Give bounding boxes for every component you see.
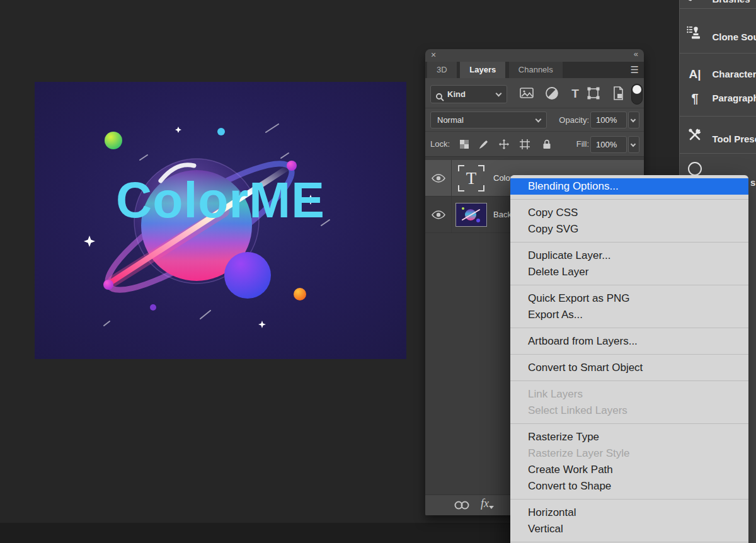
- character-icon: A|: [686, 62, 704, 87]
- type-glyph: T: [457, 164, 486, 193]
- eye-icon: [432, 174, 445, 183]
- smart-object-filter-icon[interactable]: [610, 86, 626, 102]
- menu-item-export-as[interactable]: Export As...: [510, 307, 748, 323]
- paragraph-icon: ¶: [686, 86, 704, 111]
- menu-item-quick-export-png[interactable]: Quick Export as PNG: [510, 290, 748, 307]
- fill-label: Fill:: [551, 132, 589, 157]
- filter-row: Kind T: [425, 78, 644, 108]
- menu-item-link-layers: Link Layers: [510, 386, 748, 403]
- menu-group: Link Layers Select Linked Layers: [510, 380, 748, 423]
- menu-group: Duplicate Layer... Delete Layer: [510, 242, 748, 285]
- menu-item-create-work-path[interactable]: Create Work Path: [510, 462, 748, 478]
- blend-mode-dropdown[interactable]: Normal: [430, 111, 547, 129]
- chevron-down-icon: [496, 91, 502, 97]
- dock-item-label: Tool Presets: [712, 127, 756, 152]
- dock-item-clone-source[interactable]: Clone Source: [680, 24, 756, 49]
- dock-divider: [680, 53, 756, 54]
- canvas-artwork: ColorME: [35, 82, 406, 359]
- chevron-down-icon: [631, 117, 636, 122]
- menu-item-blending-options[interactable]: Blending Options...: [510, 178, 748, 195]
- lock-row: Lock: Fill: 100%: [425, 132, 644, 157]
- dock-item-paragraph[interactable]: ¶ Paragraph: [680, 85, 756, 110]
- menu-group: Copy CSS Copy SVG: [510, 199, 748, 242]
- dock-item-character[interactable]: A| Character: [680, 61, 756, 86]
- menu-group: Blending Options...: [510, 178, 748, 199]
- opacity-dropdown-button[interactable]: [628, 111, 639, 129]
- menu-item-vertical[interactable]: Vertical: [510, 521, 748, 537]
- tab-3d[interactable]: 3D: [427, 62, 457, 78]
- brush-icon: [686, 0, 704, 12]
- lock-artboard-icon[interactable]: [519, 139, 530, 151]
- fill-dropdown-button[interactable]: [628, 136, 639, 153]
- blend-mode-value: Normal: [437, 115, 464, 125]
- text-layer-thumbnail[interactable]: T: [457, 164, 486, 193]
- kind-filter-dropdown[interactable]: Kind: [430, 85, 507, 103]
- lock-pixels-brush-icon[interactable]: [478, 139, 490, 151]
- visibility-cell[interactable]: [425, 160, 452, 196]
- dock-divider: [680, 8, 756, 9]
- photoshop-window: ColorME × « 3D Layers Channels ☰ Kind: [0, 0, 756, 543]
- menu-item-copy-svg[interactable]: Copy SVG: [510, 221, 748, 237]
- menu-group: Convert to Smart Object: [510, 354, 748, 380]
- menu-item-convert-to-shape[interactable]: Convert to Shape: [510, 478, 748, 494]
- panel-tab-bar: 3D Layers Channels ☰: [425, 62, 644, 78]
- pixel-layer-filter-icon[interactable]: [518, 86, 535, 102]
- opacity-input[interactable]: 100%: [590, 111, 627, 129]
- chevron-down-icon: [631, 142, 636, 147]
- menu-group: Horizontal Vertical: [510, 499, 748, 542]
- menu-item-convert-smart-object[interactable]: Convert to Smart Object: [510, 360, 748, 376]
- menu-item-duplicate-layer[interactable]: Duplicate Layer...: [510, 248, 748, 264]
- adjustment-layer-filter-icon[interactable]: [544, 86, 560, 102]
- collapse-icon[interactable]: «: [634, 49, 638, 59]
- clone-stamp-icon: [686, 25, 704, 50]
- artwork-title: ColorME: [35, 175, 406, 225]
- dock-divider: [680, 153, 756, 154]
- chevron-down-icon: [536, 117, 542, 123]
- opacity-label: Opacity:: [550, 108, 589, 132]
- dock-item-label: Clone Source: [712, 25, 756, 50]
- dock-item-brushes[interactable]: Brushes: [680, 0, 756, 11]
- menu-item-rasterize-type[interactable]: Rasterize Type: [510, 429, 748, 445]
- link-layers-icon[interactable]: [453, 500, 471, 512]
- panel-menu-icon[interactable]: ☰: [631, 64, 639, 76]
- fill-input[interactable]: 100%: [590, 136, 627, 153]
- layer-context-menu: Blending Options... Copy CSS Copy SVG Du…: [510, 175, 748, 543]
- tab-layers[interactable]: Layers: [460, 62, 505, 78]
- toggle-ball: [633, 85, 641, 94]
- lock-position-move-icon[interactable]: [498, 139, 510, 151]
- tools-icon: [686, 127, 704, 152]
- lock-transparency-icon[interactable]: [459, 139, 470, 151]
- background-layer-thumbnail[interactable]: [455, 203, 487, 227]
- dock-item-label: Character: [712, 62, 756, 87]
- menu-item-delete-layer[interactable]: Delete Layer: [510, 264, 748, 280]
- dock-item-tool-presets[interactable]: Tool Presets: [680, 126, 756, 151]
- menu-item-select-linked-layers: Select Linked Layers: [510, 403, 748, 419]
- lock-label: Lock:: [430, 132, 450, 157]
- dock-divider: [680, 116, 756, 117]
- type-layer-filter-icon[interactable]: T: [567, 86, 583, 102]
- filter-toggle-switch[interactable]: [631, 84, 643, 105]
- close-icon[interactable]: ×: [431, 50, 436, 60]
- menu-group: Rasterize Type Rasterize Layer Style Cre…: [510, 423, 748, 499]
- hidden-panel-label-fragment: s: [750, 177, 755, 188]
- layer-style-fx-icon[interactable]: fx: [481, 497, 489, 510]
- dock-item-label: Brushes: [712, 0, 750, 12]
- menu-group: Quick Export as PNG Export As...: [510, 285, 748, 328]
- shape-layer-filter-icon[interactable]: [585, 86, 602, 102]
- menu-item-artboard-from-layers[interactable]: Artboard from Layers...: [510, 333, 748, 350]
- eye-icon: [432, 210, 445, 219]
- menu-item-copy-css[interactable]: Copy CSS: [510, 205, 748, 221]
- menu-group: Artboard from Layers...: [510, 328, 748, 354]
- tab-channels[interactable]: Channels: [509, 62, 563, 78]
- search-icon: [435, 90, 444, 107]
- kind-filter-label: Kind: [447, 89, 466, 99]
- visibility-cell[interactable]: [425, 197, 452, 232]
- panel-header: × «: [425, 49, 644, 62]
- menu-item-rasterize-layer-style: Rasterize Layer Style: [510, 445, 748, 462]
- blend-row: Normal Opacity: 100%: [425, 108, 644, 132]
- menu-item-horizontal[interactable]: Horizontal: [510, 505, 748, 521]
- dock-item-label: Paragraph: [712, 86, 756, 111]
